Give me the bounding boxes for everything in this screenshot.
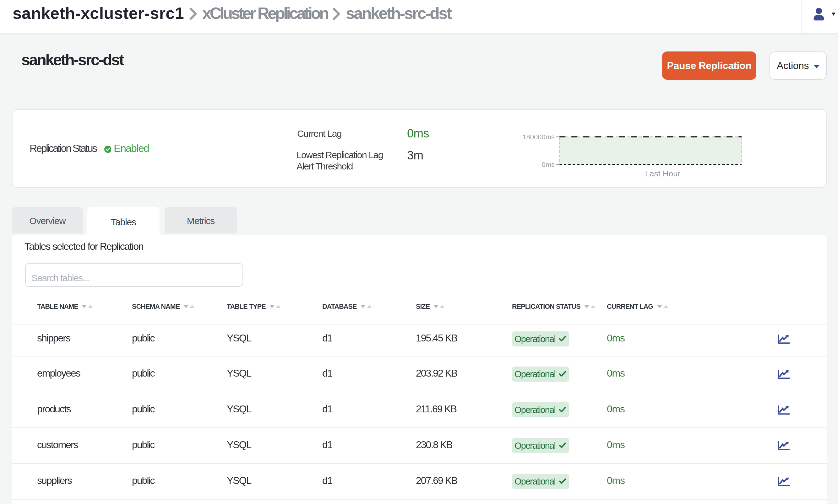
svg-text:180000ms: 180000ms <box>522 133 555 141</box>
svg-text:0ms: 0ms <box>541 161 555 167</box>
